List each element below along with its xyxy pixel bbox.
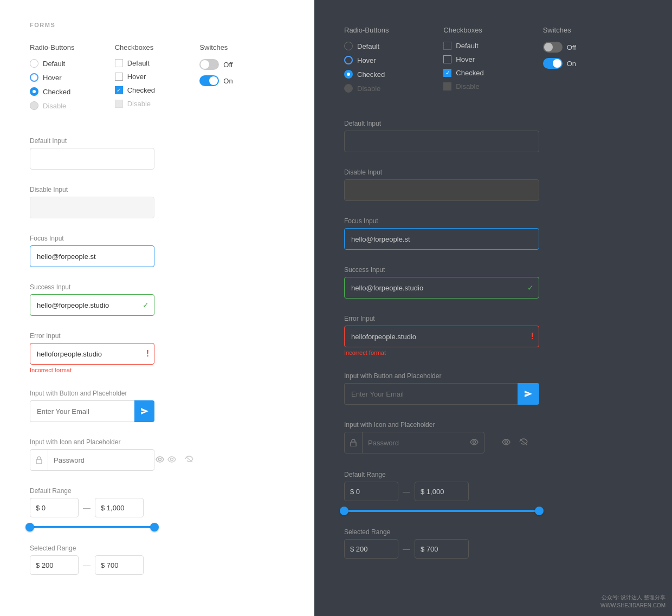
dark-default-input-section: Default Input xyxy=(344,120,642,152)
checkbox-disabled-item: Disable xyxy=(115,100,200,108)
dark-selected-range-min[interactable] xyxy=(344,539,398,559)
dark-focus-input[interactable] xyxy=(344,228,539,250)
selected-range-max[interactable] xyxy=(95,555,144,575)
dark-default-range-label: Default Range xyxy=(344,471,642,478)
dark-switch-off-icon[interactable] xyxy=(543,42,563,53)
dark-eye-icon[interactable] xyxy=(464,438,484,447)
dark-switch-on-label: On xyxy=(567,60,576,68)
dark-default-range-slider[interactable] xyxy=(344,510,539,512)
dark-checkbox-disabled-label: Disable xyxy=(456,82,479,90)
checkbox-checked-label: Checked xyxy=(127,86,155,94)
dark-focus-input-section: Focus Input xyxy=(344,217,642,250)
eye-icon[interactable] xyxy=(150,456,170,464)
dark-panel: Radio-Buttons Default Hover Checked Disa… xyxy=(314,0,672,616)
error-input[interactable] xyxy=(30,343,154,365)
dark-error-input-label: Error Input xyxy=(344,315,642,322)
dark-range-max-input[interactable] xyxy=(415,482,469,501)
radio-checked-label: Checked xyxy=(43,88,70,96)
dark-error-input-section: Error Input ! Incorrect format xyxy=(344,315,642,356)
success-input-label: Success Input xyxy=(30,283,285,291)
selected-range-min[interactable] xyxy=(30,555,79,575)
dark-radio-checked-icon[interactable] xyxy=(344,70,353,79)
success-input-wrap: ✓ xyxy=(30,294,154,316)
range-dash: — xyxy=(83,503,91,512)
success-input[interactable] xyxy=(30,294,154,316)
dark-btn-placeholder-input[interactable] xyxy=(344,383,518,405)
switch-off-icon[interactable] xyxy=(199,59,219,70)
checkbox-disabled-icon xyxy=(115,100,123,108)
dark-range-min-input[interactable] xyxy=(344,482,398,501)
focus-input-label: Focus Input xyxy=(30,235,285,242)
switch-on-icon[interactable] xyxy=(199,75,219,86)
btn-placeholder-input[interactable] xyxy=(30,400,134,422)
check-icon: ✓ xyxy=(143,301,149,309)
dark-radio-default-icon[interactable] xyxy=(344,42,353,50)
dark-checkbox-checked-icon[interactable]: ✓ xyxy=(443,69,451,77)
dark-checkbox-default-icon[interactable] xyxy=(443,42,451,50)
default-range-slider[interactable] xyxy=(30,526,154,528)
radio-disabled-item: Disable xyxy=(30,101,115,110)
extra-password-icons xyxy=(167,456,193,465)
dark-error-input[interactable] xyxy=(344,326,539,347)
error-message: Incorrect format xyxy=(30,367,285,373)
dark-checkbox-hover-label: Hover xyxy=(456,55,475,63)
checkbox-checked-item: ✓ Checked xyxy=(115,86,200,94)
dark-default-input[interactable] xyxy=(344,131,539,152)
default-input[interactable] xyxy=(30,148,154,170)
radio-checked-icon[interactable] xyxy=(30,87,38,96)
switch-off-label: Off xyxy=(223,61,232,69)
dark-radio-group: Radio-Buttons Default Hover Checked Disa… xyxy=(344,26,443,98)
dark-range-thumb-right xyxy=(535,507,544,515)
checkbox-hover-icon[interactable] xyxy=(115,73,123,81)
btn-placeholder-label: Input with Button and Placeholder xyxy=(30,390,285,397)
dark-success-input[interactable] xyxy=(344,277,539,299)
focus-input[interactable] xyxy=(30,245,154,267)
range-max-input[interactable] xyxy=(95,498,144,517)
password-input[interactable] xyxy=(48,450,150,470)
eye-slash-icon[interactable] xyxy=(185,456,193,465)
send-button[interactable] xyxy=(134,400,154,422)
dark-send-button[interactable] xyxy=(518,383,539,405)
disabled-input xyxy=(30,197,154,218)
dark-switch-on-icon[interactable] xyxy=(543,58,563,69)
dark-radio-hover-icon[interactable] xyxy=(344,56,353,64)
dark-disabled-input xyxy=(344,179,539,201)
dark-checkbox-hover-icon[interactable] xyxy=(443,55,451,63)
icon-placeholder-label: Input with Icon and Placeholder xyxy=(30,438,285,446)
dark-check-icon: ✓ xyxy=(527,283,534,292)
checkbox-title: Checkboxes xyxy=(115,43,200,51)
radio-disabled-label: Disable xyxy=(43,102,66,110)
btn-placeholder-section: Input with Button and Placeholder xyxy=(30,390,285,422)
dark-error-input-wrap: ! xyxy=(344,326,539,347)
dark-selected-range-max[interactable] xyxy=(415,539,469,559)
default-input-section: Default Input xyxy=(30,137,285,170)
default-input-label: Default Input xyxy=(30,137,285,145)
dark-checkbox-disabled-item: Disable xyxy=(443,82,542,90)
checkbox-checked-icon[interactable]: ✓ xyxy=(115,86,123,94)
radio-default-icon[interactable] xyxy=(30,59,38,68)
dark-radio-hover-item: Hover xyxy=(344,56,443,64)
dark-btn-input-wrap xyxy=(344,383,539,405)
radio-hover-icon[interactable] xyxy=(30,73,38,82)
error-input-label: Error Input xyxy=(30,332,285,340)
dark-success-input-wrap: ✓ xyxy=(344,277,539,299)
dark-eye-slash-icon[interactable] xyxy=(519,438,528,448)
dark-eye-outline-svg xyxy=(502,439,511,445)
watermark: 公众号: 设计达人 整理分享 WWW.SHEJIDAREN.COM xyxy=(600,593,665,609)
svg-rect-0 xyxy=(36,459,42,464)
send-icon xyxy=(140,407,149,415)
dark-eye-outline-icon[interactable] xyxy=(502,438,511,447)
checkbox-default-icon[interactable] xyxy=(115,59,123,67)
radio-default-label: Default xyxy=(43,60,65,68)
dark-default-input-label: Default Input xyxy=(344,120,642,127)
dark-icon-placeholder-section: Input with Icon and Placeholder xyxy=(344,421,642,453)
dark-icon-placeholder-label: Input with Icon and Placeholder xyxy=(344,421,642,429)
light-panel: FORMS Radio-Buttons Default Hover Checke… xyxy=(0,0,314,616)
range-fill xyxy=(30,526,154,528)
dark-send-icon xyxy=(524,390,533,398)
range-min-input[interactable] xyxy=(30,498,79,517)
dark-password-input[interactable] xyxy=(363,432,464,453)
dark-range-thumb-left xyxy=(340,507,348,515)
error-icon: ! xyxy=(146,349,149,359)
success-input-section: Success Input ✓ xyxy=(30,283,285,316)
